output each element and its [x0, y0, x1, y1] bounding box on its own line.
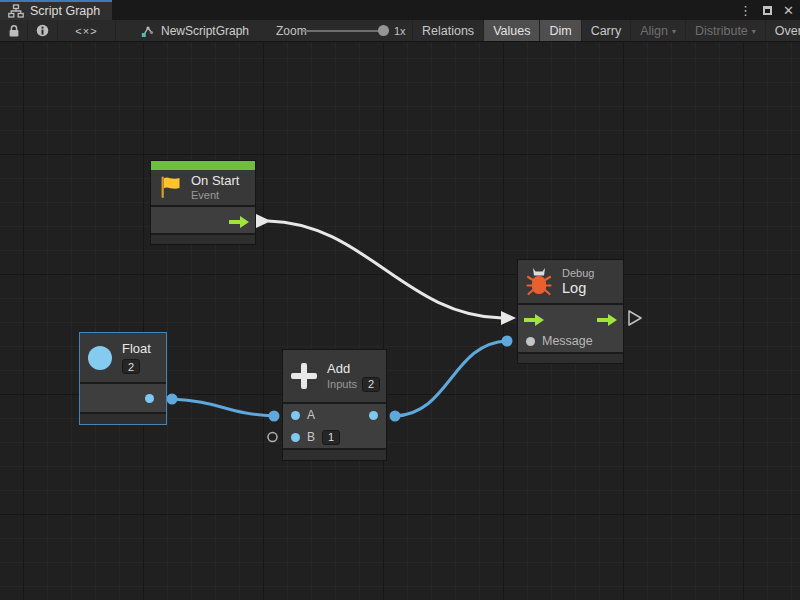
graph-toolbar: <×> NewScriptGraph Zoom 1x Relations Val… — [0, 20, 800, 42]
node-title: On Start — [191, 173, 239, 189]
tab-script-graph[interactable]: Script Graph — [0, 0, 112, 20]
node-footer — [283, 450, 386, 460]
tab-title: Script Graph — [30, 4, 100, 18]
input-port-a[interactable] — [291, 411, 300, 420]
node-debug-log[interactable]: Debug Log Message — [518, 260, 623, 363]
control-output-port[interactable] — [597, 312, 617, 330]
relations-button[interactable]: Relations — [413, 20, 484, 41]
port-row-b: B 1 — [283, 426, 386, 448]
chevron-down-icon: ▾ — [672, 27, 676, 36]
dim-button[interactable]: Dim — [540, 20, 581, 41]
edit-source-button[interactable]: <×> — [58, 20, 116, 41]
toolbar-toggle-group: Relations Values Dim Carry Align ▾ Distr… — [412, 20, 800, 41]
node-float[interactable]: Float 2 — [80, 333, 166, 424]
inspect-button[interactable] — [28, 20, 58, 41]
script-graph-asset-icon — [140, 24, 154, 38]
values-button[interactable]: Values — [484, 20, 540, 41]
node-add[interactable]: Add Inputs 2 A B 1 — [283, 350, 386, 460]
port-row-message: Message — [518, 330, 623, 352]
input-port-b[interactable] — [291, 433, 300, 442]
window-close-icon[interactable]: ✕ — [783, 4, 794, 17]
node-title: Float — [122, 341, 151, 357]
port-row-a: A — [283, 404, 386, 426]
graph-hierarchy-icon — [8, 4, 24, 18]
node-title: Log — [562, 280, 594, 297]
zoom-slider-handle[interactable] — [378, 25, 389, 36]
event-color-bar — [151, 161, 255, 170]
float-literal-icon — [88, 346, 112, 370]
bug-icon — [526, 267, 552, 297]
chevron-down-icon: ▾ — [752, 27, 756, 36]
zoom-value: 1x — [394, 20, 406, 41]
zoom-slider[interactable] — [303, 20, 389, 41]
graph-name-label: NewScriptGraph — [161, 24, 249, 38]
window-maximize-icon[interactable] — [763, 6, 772, 15]
value-output-port[interactable] — [145, 394, 154, 403]
message-input-port[interactable] — [526, 337, 535, 346]
port-label: B — [307, 430, 315, 444]
inputs-count-field[interactable]: 2 — [362, 377, 380, 392]
flag-icon — [159, 175, 181, 200]
node-on-start[interactable]: On Start Event — [151, 161, 255, 244]
align-dropdown[interactable]: Align ▾ — [631, 20, 686, 41]
value-output-port[interactable] — [369, 411, 378, 420]
add-operator-icon — [291, 363, 317, 389]
node-subtitle: Event — [191, 189, 239, 202]
code-icon: <×> — [75, 25, 97, 37]
port-b-value-field[interactable]: 1 — [322, 430, 340, 445]
lock-icon — [8, 24, 20, 38]
port-label: A — [307, 408, 315, 422]
carry-button[interactable]: Carry — [582, 20, 632, 41]
window-menu-icon[interactable]: ⋮ — [739, 4, 752, 17]
node-footer — [151, 235, 255, 244]
node-footer — [518, 354, 623, 363]
inputs-label: Inputs — [327, 378, 357, 391]
info-icon — [36, 24, 49, 37]
float-value-field[interactable]: 2 — [122, 359, 140, 374]
window-tab-bar: Script Graph ⋮ ✕ — [0, 0, 800, 20]
overview-button[interactable]: Overview — [766, 20, 800, 41]
lock-button[interactable] — [0, 20, 28, 41]
control-output-port[interactable] — [229, 214, 249, 232]
graph-canvas[interactable] — [0, 42, 800, 600]
node-footer — [80, 414, 166, 424]
zoom-slider-track[interactable] — [303, 30, 389, 32]
node-category: Debug — [562, 267, 594, 280]
graph-name-breadcrumb[interactable]: NewScriptGraph — [140, 20, 249, 41]
control-input-port[interactable] — [524, 312, 544, 330]
node-title: Add — [327, 361, 380, 377]
port-label: Message — [542, 334, 593, 348]
distribute-dropdown[interactable]: Distribute ▾ — [686, 20, 766, 41]
